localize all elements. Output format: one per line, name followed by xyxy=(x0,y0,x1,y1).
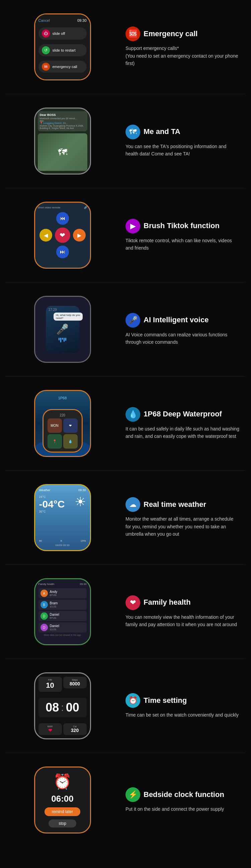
alarm-clock-icon: ⏰ xyxy=(53,773,72,790)
cancel-label: Cancel xyxy=(38,19,50,23)
icon-waterproof: 💧 xyxy=(126,407,140,422)
waterproof-label: 1P68 xyxy=(58,396,67,400)
short-video-label: Short video remote xyxy=(38,206,61,209)
desc-ai: AI Voice commands can realize various fu… xyxy=(126,331,240,346)
desc-bedside: Put it on the side and connect the power… xyxy=(126,805,240,813)
watch-ai: 17:29 Hi, what help do youneed? 🎤 xyxy=(34,296,91,363)
siri-icon: 🎤 xyxy=(56,323,69,335)
cal-label: Cal xyxy=(66,725,84,727)
heading-time: Time setting xyxy=(144,696,187,705)
day-cell: FRI 10 xyxy=(38,677,62,692)
member-2-name: Bram xyxy=(50,601,58,605)
desc-weather: Monitor the weather at all times, arrang… xyxy=(126,515,240,538)
slide-restart-label: slide to restart xyxy=(52,48,76,52)
emergency-call-label: emergency call xyxy=(52,65,77,69)
member-3-name: Daniel xyxy=(50,613,59,616)
left-button[interactable]: ◀ xyxy=(39,229,52,242)
watch-side-tiktok: Short video remote 🔗 ⏮ ◀ ❤ ▶ ⏭ xyxy=(5,202,119,269)
section-family: ❤ Family health You can remotely view th… xyxy=(0,565,251,659)
steps-label: Steps xyxy=(66,679,84,681)
watch-waterproof: 220 MON ❤ 📍 💧 1P68 xyxy=(34,390,91,457)
watch-bedside: ⏰ 06:00 remind later stop xyxy=(34,767,91,834)
watch-emergency: Cancel 09:30 ⏻ slide off ↺ slide to rest… xyxy=(34,13,91,81)
steps-cell: Steps 8000 xyxy=(63,677,87,688)
text-emergency: 🆘 Emergency call Support emergency calls… xyxy=(119,23,246,70)
title-family: ❤ Family health xyxy=(126,595,240,610)
minute-display: 00 xyxy=(66,701,79,715)
family-more-hint: More data can be viewed in the app xyxy=(38,634,87,636)
heart-button[interactable]: ❤ xyxy=(55,227,70,243)
family-member-3: D Daniel 07:21 xyxy=(38,611,87,621)
watch-side-family: Family health 09:30 A Andy 07:23 B xyxy=(5,578,119,645)
watch-top-bar: Cancel 09:30 xyxy=(38,19,87,23)
text-family: ❤ Family health You can remotely view th… xyxy=(119,592,246,632)
text-bedside: ⚡ Bedside clock function Put it on the s… xyxy=(119,784,246,816)
member-1-name: Andy xyxy=(50,590,58,594)
right-button[interactable]: ▶ xyxy=(73,229,86,242)
member-1-data: 07:23 xyxy=(50,594,58,597)
icon-tiktok: ▶ xyxy=(126,219,140,234)
family-label: Family health xyxy=(38,583,55,586)
prev-button[interactable]: ⏮ xyxy=(56,212,69,225)
slide-off-row: ⏻ slide off xyxy=(38,28,87,39)
heading-family: Family health xyxy=(144,598,191,607)
watch-time-display: 09:30 xyxy=(77,19,87,23)
voice-bubble: Hi, what help do youneed? xyxy=(53,313,83,320)
family-member-1: A Andy 07:23 xyxy=(38,588,87,598)
watch-in-water: 220 MON ❤ 📍 💧 xyxy=(42,409,83,453)
heading-weather: Real time weather xyxy=(144,500,206,509)
day-number: 10 xyxy=(41,681,59,690)
icon-time: ⏰ xyxy=(126,693,140,708)
icon-emergency: 🆘 xyxy=(126,27,140,41)
restart-dot: ↺ xyxy=(42,46,50,54)
section-me-ta: Dear BOSS bluetooth connected you 30 min… xyxy=(0,94,251,188)
sun-icon: ☀ xyxy=(75,494,86,509)
time-center-cell: 08 : 00 xyxy=(38,698,87,717)
next-button[interactable]: ⏭ xyxy=(56,246,69,258)
remind-later-btn[interactable]: remind later xyxy=(44,807,80,816)
notification-box: Dear BOSS bluetooth connected you 30 min… xyxy=(38,111,87,131)
text-weather: ☁ Real time weather Monitor the weather … xyxy=(119,494,246,541)
steps-value: 8000 xyxy=(66,681,84,686)
watch-family: Family health 09:30 A Andy 07:23 B xyxy=(34,578,91,645)
month-cell: MAR ❤ xyxy=(38,723,62,735)
title-weather: ☁ Real time weather xyxy=(126,497,240,512)
text-waterproof: 💧 1P68 Deep Waterproof It can be used sa… xyxy=(119,404,246,443)
family-list: A Andy 07:23 B Bram 11:21 xyxy=(38,588,87,632)
watch-side-time: FRI 10 Steps 8000 08 : 00 xyxy=(5,672,119,739)
title-tiktok: ▶ Brush Tiktok function xyxy=(126,219,240,234)
watch-weather: Weather 09:30 ☀ 24°C -04°C 30°C 90 6 15%… xyxy=(34,484,91,551)
phone-time: 17:29 xyxy=(48,308,57,312)
title-bedside: ⚡ Bedside clock function xyxy=(126,787,240,802)
title-ta: 🗺 Me and TA xyxy=(126,125,240,140)
high-temp: 30°C xyxy=(39,510,86,513)
watch-side-ta: Dear BOSS bluetooth connected you 30 min… xyxy=(5,107,119,175)
hour-display: 08 xyxy=(45,701,59,715)
section-emergency: 🆘 Emergency call Support emergency calls… xyxy=(0,0,251,94)
slide-restart-row: ↺ slide to restart xyxy=(38,44,87,56)
icon-family: ❤ xyxy=(126,595,140,610)
emergency-row: 🆘 emergency call xyxy=(38,61,87,73)
member-2-data: 11:21 xyxy=(50,605,58,608)
weather-date: 04/09 09:30 xyxy=(39,544,86,547)
avatar-2: B xyxy=(40,601,48,608)
empty-4 xyxy=(73,246,85,258)
heading-emergency: Emergency call xyxy=(144,29,198,38)
heading-ai: AI Intelligent voice xyxy=(144,316,209,324)
watch-tiktok: Short video remote 🔗 ⏮ ◀ ❤ ▶ ⏭ xyxy=(34,202,91,269)
weather-time: 09:30 xyxy=(78,489,86,492)
member-1-info: Andy 07:23 xyxy=(50,590,58,597)
slide-off-label: slide off xyxy=(52,31,65,35)
text-tiktok: ▶ Brush Tiktok function Tiktok remote co… xyxy=(119,215,246,255)
text-time: ⏰ Time setting Time can be set on the wa… xyxy=(119,690,246,722)
stop-btn[interactable]: stop xyxy=(48,819,76,828)
weather-label: Weather xyxy=(39,489,50,492)
watch-side-bedside: ⏰ 06:00 remind later stop xyxy=(5,767,119,834)
watch-side-ai: 17:29 Hi, what help do youneed? 🎤 xyxy=(5,296,119,363)
icon-ta: 🗺 xyxy=(126,125,140,140)
uv: 15% xyxy=(80,539,86,542)
map-area: 🗺 xyxy=(38,133,87,171)
member-4-name: Daniel xyxy=(50,624,59,628)
family-member-4: D Daniel 11:21 xyxy=(38,622,87,632)
section-weather: Weather 09:30 ☀ 24°C -04°C 30°C 90 6 15%… xyxy=(0,471,251,564)
